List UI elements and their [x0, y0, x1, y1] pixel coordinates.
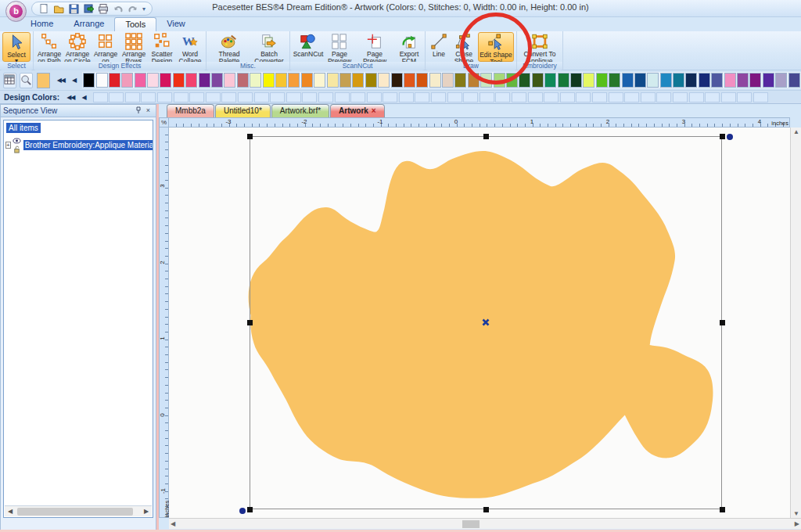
- thread-color-swatch[interactable]: [699, 73, 710, 88]
- thread-color-swatch[interactable]: [749, 73, 761, 88]
- ribbon-button-line[interactable]: Line: [428, 32, 450, 62]
- thread-color-swatch[interactable]: [685, 73, 697, 88]
- thread-color-swatch[interactable]: [788, 73, 800, 88]
- thread-color-swatch[interactable]: [583, 73, 594, 88]
- thread-color-swatch[interactable]: [147, 73, 159, 88]
- ribbon-button-page-preview[interactable]: Page Preview: [325, 32, 354, 62]
- design-color-slot[interactable]: [656, 92, 671, 102]
- thread-color-swatch[interactable]: [211, 73, 223, 88]
- thread-color-swatch[interactable]: [442, 73, 454, 88]
- design-color-slot[interactable]: [286, 92, 301, 102]
- thread-color-swatch[interactable]: [96, 73, 108, 88]
- design-color-slot[interactable]: [335, 92, 350, 102]
- thread-color-swatch[interactable]: [275, 73, 287, 88]
- ribbon-tab-tools[interactable]: Tools: [114, 17, 156, 31]
- thread-color-swatch[interactable]: [660, 73, 672, 88]
- thread-color-swatch[interactable]: [185, 73, 197, 88]
- thread-color-swatch[interactable]: [634, 73, 646, 88]
- design-canvas[interactable]: [169, 128, 790, 518]
- design-color-slot[interactable]: [238, 92, 253, 102]
- thread-color-swatch[interactable]: [673, 73, 684, 88]
- scroll-left-icon[interactable]: ◀: [5, 508, 16, 515]
- thread-color-swatch[interactable]: [711, 73, 723, 88]
- new-document-icon[interactable]: [37, 2, 50, 15]
- scroll-left-icon[interactable]: ◀: [171, 520, 175, 527]
- thread-color-swatch[interactable]: [544, 73, 556, 88]
- design-color-slot[interactable]: [383, 92, 397, 102]
- thread-color-swatch[interactable]: [454, 73, 466, 88]
- design-color-slot[interactable]: [641, 92, 656, 102]
- thread-color-swatch[interactable]: [339, 73, 351, 88]
- thread-color-swatch[interactable]: [622, 73, 634, 88]
- selection-handle-top-right[interactable]: [720, 134, 725, 139]
- ribbon-button-word-collage[interactable]: W Word Collage: [177, 32, 203, 62]
- ribbon-button-batch-converter[interactable]: Batch Converter: [251, 32, 287, 62]
- thread-color-swatch[interactable]: [173, 73, 185, 88]
- rotate-point-bottom-left[interactable]: [239, 508, 246, 514]
- thread-color-swatch[interactable]: [160, 73, 171, 88]
- design-color-slot[interactable]: [221, 92, 236, 102]
- thread-color-swatch[interactable]: [480, 73, 492, 88]
- ribbon-button-close-shape[interactable]: Close Shape: [451, 32, 476, 62]
- app-logo-button[interactable]: b: [5, 1, 27, 22]
- design-color-slot[interactable]: [399, 92, 414, 102]
- design-color-slot[interactable]: [753, 92, 768, 102]
- design-color-slot[interactable]: [125, 92, 140, 102]
- scroll-down-icon[interactable]: ▼: [791, 510, 801, 517]
- design-color-slot[interactable]: [560, 92, 575, 102]
- design-color-slot[interactable]: [447, 92, 462, 102]
- redo-icon[interactable]: [126, 2, 139, 15]
- selection-handle-top-left[interactable]: [247, 134, 253, 139]
- close-icon[interactable]: ×: [143, 106, 153, 116]
- ribbon-button-edit-shape-tool[interactable]: Edit Shape Tool: [478, 32, 514, 62]
- ribbon-button-convert-to-applique[interactable]: Convert To Applique: [519, 32, 560, 62]
- palette-scroll-start-button[interactable]: ◀◀: [57, 77, 65, 84]
- ribbon-tab-home[interactable]: Home: [20, 17, 63, 31]
- design-colors-scroll-prev-button[interactable]: ◀: [81, 94, 85, 101]
- design-color-slot[interactable]: [495, 92, 510, 102]
- ribbon-tab-arrange[interactable]: Arrange: [63, 17, 114, 31]
- scroll-right-icon[interactable]: ▶: [141, 508, 152, 515]
- thread-color-swatch[interactable]: [647, 73, 659, 88]
- thread-color-swatch[interactable]: [121, 73, 133, 88]
- thread-color-swatch[interactable]: [327, 73, 339, 88]
- undo-icon[interactable]: [111, 2, 124, 15]
- document-tab-mmbb2a[interactable]: Mmbb2a: [167, 104, 214, 117]
- current-color-swatch[interactable]: [37, 73, 50, 88]
- scrollbar-thumb[interactable]: [17, 508, 133, 516]
- ruler-corner-box[interactable]: %: [159, 117, 169, 128]
- thread-color-swatch[interactable]: [352, 73, 364, 88]
- design-color-slot[interactable]: [592, 92, 607, 102]
- design-color-slot[interactable]: [109, 92, 124, 102]
- design-colors-scroll-start-button[interactable]: ◀◀: [66, 94, 74, 101]
- scroll-up-icon[interactable]: ▲: [791, 128, 801, 135]
- design-color-slot[interactable]: [673, 92, 688, 102]
- export-save-icon[interactable]: [81, 2, 95, 15]
- scroll-right-icon[interactable]: ▶: [795, 520, 799, 527]
- thread-color-swatch[interactable]: [391, 73, 403, 88]
- color-search-icon[interactable]: [20, 73, 33, 88]
- design-color-slot[interactable]: [93, 92, 108, 102]
- visibility-eye-icon[interactable]: [13, 137, 21, 145]
- thread-color-swatch[interactable]: [224, 73, 235, 88]
- ribbon-button-arrange-on-circle[interactable]: Arrange on Circle: [64, 32, 91, 62]
- design-color-slot[interactable]: [512, 92, 526, 102]
- thread-color-swatch[interactable]: [288, 73, 300, 88]
- thread-color-swatch[interactable]: [596, 73, 608, 88]
- thread-color-swatch[interactable]: [763, 73, 774, 88]
- document-tab-untitled10[interactable]: Untitled10*: [215, 104, 271, 117]
- ribbon-button-arrange-on-path[interactable]: Arrange on Path: [36, 32, 63, 62]
- save-icon[interactable]: [66, 2, 80, 15]
- ribbon-button-export-fcm[interactable]: Export FCM: [396, 32, 422, 62]
- lock-icon[interactable]: [13, 146, 21, 153]
- ribbon-button-scatter-design[interactable]: Scatter Design: [149, 32, 175, 62]
- scrollbar-thumb[interactable]: [462, 520, 480, 528]
- design-color-slot[interactable]: [367, 92, 382, 102]
- print-icon[interactable]: [96, 2, 110, 15]
- design-color-slot[interactable]: [737, 92, 752, 102]
- design-color-slot[interactable]: [528, 92, 543, 102]
- palette-scroll-prev-button[interactable]: ◀: [72, 77, 76, 84]
- thread-color-swatch[interactable]: [570, 73, 582, 88]
- ribbon-button-select[interactable]: Select▼: [2, 32, 31, 62]
- design-color-slot[interactable]: [350, 92, 365, 102]
